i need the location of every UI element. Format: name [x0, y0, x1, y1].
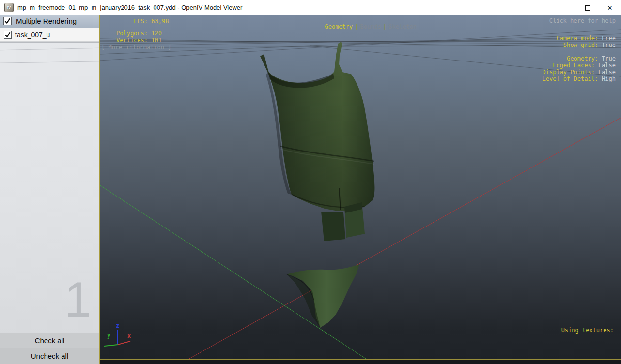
model-vest [260, 42, 374, 241]
checkmark-icon [4, 17, 11, 25]
sidebar-reflection-line [0, 48, 99, 51]
app-window: IV mp_m_freemode_01_mp_m_january2016_tas… [0, 0, 621, 364]
title-bar[interactable]: IV mp_m_freemode_01_mp_m_january2016_tas… [0, 0, 621, 15]
using-textures-header: Using textures: [411, 326, 614, 334]
model-list-item-task007u[interactable]: task_007_u [0, 28, 99, 42]
minimize-icon [563, 8, 568, 8]
mode-tab-skeleton[interactable]: Skeleton [388, 23, 417, 30]
clipped-bottom-strip: mp_m_freemode_01_mp_m_january2016_task_0… [100, 359, 621, 364]
multiple-rendering-checkbox[interactable] [3, 17, 12, 25]
model-viewport[interactable]: z y x FPS: 63,98 Polygons: 120 Vertices:… [99, 15, 621, 364]
window-title: mp_m_freemode_01_mp_m_january2016_task_0… [17, 4, 242, 11]
maximize-icon [585, 5, 590, 11]
close-button[interactable]: ✕ [599, 0, 621, 15]
level-of-detail-value: High [602, 76, 616, 82]
level-of-detail-label: Level of Detail: [543, 76, 599, 82]
sidebar-reflection-line [0, 61, 99, 63]
task007u-label: task_007_u [15, 31, 50, 39]
close-icon: ✕ [607, 5, 613, 11]
show-grid-label: Show grid: [563, 42, 598, 48]
mode-tab-bounds[interactable]: Bounds [360, 23, 381, 30]
task007u-checkbox[interactable] [4, 31, 12, 39]
mode-separator-icon: | [353, 23, 360, 30]
checkmark-icon [4, 31, 11, 38]
model-list-sidebar: Multiple Rendering task_007_u 1 Check al… [0, 15, 99, 364]
texture-panel: Using textures: mp_m_freemode_01_mp_m_ja… [411, 308, 614, 364]
axis-x-label: x [127, 333, 131, 339]
maximize-button[interactable] [576, 0, 599, 15]
check-all-button[interactable]: Check all [0, 333, 99, 348]
help-link[interactable]: Click here for help [549, 18, 616, 24]
vertex-count: Vertices: 101 [116, 37, 162, 43]
show-grid-value: True [602, 42, 616, 48]
axis-gizmo: z y x [104, 322, 131, 346]
mode-tab-geometry[interactable]: Geometry [325, 23, 353, 30]
level-of-detail-setting[interactable]: Level of Detail:High [521, 70, 616, 88]
sidebar-reflection-band [0, 42, 99, 43]
axis-z-label: z [116, 322, 119, 329]
uncheck-all-button[interactable]: Uncheck all [0, 348, 99, 364]
multiple-rendering-row[interactable]: Multiple Rendering [0, 15, 99, 28]
minimize-button[interactable] [554, 0, 576, 15]
openiv-app-icon: IV [4, 3, 14, 12]
model-collar [287, 264, 359, 328]
axis-y-label: y [107, 332, 110, 339]
model-count-watermark: 1 [64, 275, 92, 324]
more-information-link[interactable]: [ More information ] [101, 45, 171, 50]
multiple-rendering-label: Multiple Rendering [16, 17, 77, 25]
window-controls: ✕ [554, 0, 621, 15]
mode-separator-icon: | [381, 23, 388, 30]
